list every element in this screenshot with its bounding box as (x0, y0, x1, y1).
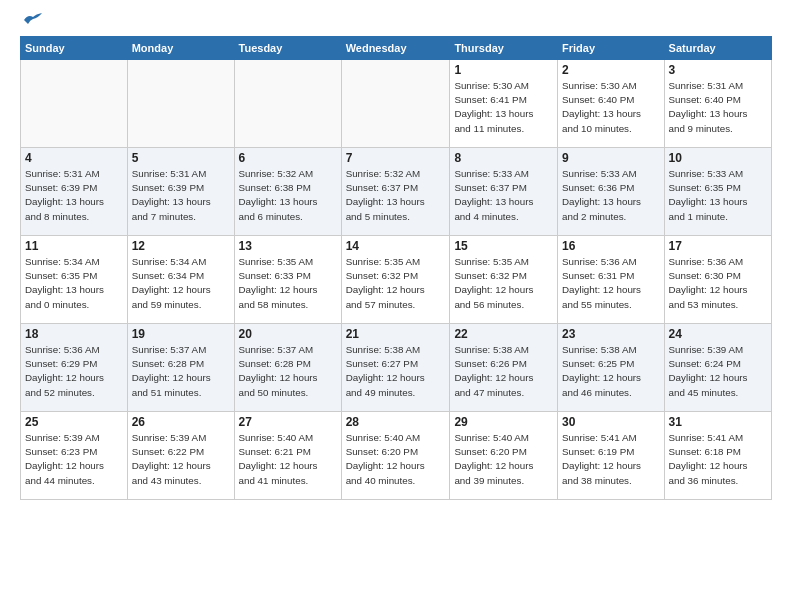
day-info: Sunrise: 5:31 AMSunset: 6:39 PMDaylight:… (25, 167, 123, 224)
calendar-cell: 26Sunrise: 5:39 AMSunset: 6:22 PMDayligh… (127, 412, 234, 500)
calendar-cell: 12Sunrise: 5:34 AMSunset: 6:34 PMDayligh… (127, 236, 234, 324)
calendar-cell: 6Sunrise: 5:32 AMSunset: 6:38 PMDaylight… (234, 148, 341, 236)
calendar-cell (234, 60, 341, 148)
calendar-week-row: 4Sunrise: 5:31 AMSunset: 6:39 PMDaylight… (21, 148, 772, 236)
day-number: 13 (239, 239, 337, 253)
calendar-cell: 24Sunrise: 5:39 AMSunset: 6:24 PMDayligh… (664, 324, 771, 412)
day-info: Sunrise: 5:33 AMSunset: 6:36 PMDaylight:… (562, 167, 660, 224)
calendar-cell: 7Sunrise: 5:32 AMSunset: 6:37 PMDaylight… (341, 148, 450, 236)
day-number: 26 (132, 415, 230, 429)
header (20, 16, 772, 28)
day-info: Sunrise: 5:35 AMSunset: 6:32 PMDaylight:… (346, 255, 446, 312)
weekday-sunday: Sunday (21, 37, 128, 60)
calendar-cell: 3Sunrise: 5:31 AMSunset: 6:40 PMDaylight… (664, 60, 771, 148)
calendar-week-row: 25Sunrise: 5:39 AMSunset: 6:23 PMDayligh… (21, 412, 772, 500)
weekday-wednesday: Wednesday (341, 37, 450, 60)
day-info: Sunrise: 5:40 AMSunset: 6:21 PMDaylight:… (239, 431, 337, 488)
calendar-cell: 29Sunrise: 5:40 AMSunset: 6:20 PMDayligh… (450, 412, 558, 500)
day-number: 14 (346, 239, 446, 253)
day-number: 2 (562, 63, 660, 77)
weekday-tuesday: Tuesday (234, 37, 341, 60)
day-info: Sunrise: 5:36 AMSunset: 6:29 PMDaylight:… (25, 343, 123, 400)
day-info: Sunrise: 5:30 AMSunset: 6:40 PMDaylight:… (562, 79, 660, 136)
day-number: 6 (239, 151, 337, 165)
day-number: 29 (454, 415, 553, 429)
day-number: 18 (25, 327, 123, 341)
calendar-cell: 25Sunrise: 5:39 AMSunset: 6:23 PMDayligh… (21, 412, 128, 500)
page: SundayMondayTuesdayWednesdayThursdayFrid… (0, 0, 792, 512)
calendar-cell: 28Sunrise: 5:40 AMSunset: 6:20 PMDayligh… (341, 412, 450, 500)
day-info: Sunrise: 5:38 AMSunset: 6:27 PMDaylight:… (346, 343, 446, 400)
day-number: 20 (239, 327, 337, 341)
weekday-monday: Monday (127, 37, 234, 60)
calendar-cell: 27Sunrise: 5:40 AMSunset: 6:21 PMDayligh… (234, 412, 341, 500)
day-number: 3 (669, 63, 767, 77)
calendar-week-row: 11Sunrise: 5:34 AMSunset: 6:35 PMDayligh… (21, 236, 772, 324)
day-info: Sunrise: 5:41 AMSunset: 6:19 PMDaylight:… (562, 431, 660, 488)
day-info: Sunrise: 5:33 AMSunset: 6:37 PMDaylight:… (454, 167, 553, 224)
day-number: 5 (132, 151, 230, 165)
calendar-cell: 5Sunrise: 5:31 AMSunset: 6:39 PMDaylight… (127, 148, 234, 236)
day-info: Sunrise: 5:30 AMSunset: 6:41 PMDaylight:… (454, 79, 553, 136)
calendar-cell: 8Sunrise: 5:33 AMSunset: 6:37 PMDaylight… (450, 148, 558, 236)
day-number: 23 (562, 327, 660, 341)
day-info: Sunrise: 5:35 AMSunset: 6:32 PMDaylight:… (454, 255, 553, 312)
day-info: Sunrise: 5:31 AMSunset: 6:40 PMDaylight:… (669, 79, 767, 136)
calendar-cell: 15Sunrise: 5:35 AMSunset: 6:32 PMDayligh… (450, 236, 558, 324)
calendar-cell: 30Sunrise: 5:41 AMSunset: 6:19 PMDayligh… (558, 412, 665, 500)
day-number: 11 (25, 239, 123, 253)
day-number: 21 (346, 327, 446, 341)
weekday-friday: Friday (558, 37, 665, 60)
day-info: Sunrise: 5:38 AMSunset: 6:26 PMDaylight:… (454, 343, 553, 400)
day-info: Sunrise: 5:40 AMSunset: 6:20 PMDaylight:… (346, 431, 446, 488)
calendar-cell: 20Sunrise: 5:37 AMSunset: 6:28 PMDayligh… (234, 324, 341, 412)
day-info: Sunrise: 5:38 AMSunset: 6:25 PMDaylight:… (562, 343, 660, 400)
day-number: 7 (346, 151, 446, 165)
day-number: 22 (454, 327, 553, 341)
day-info: Sunrise: 5:37 AMSunset: 6:28 PMDaylight:… (239, 343, 337, 400)
calendar-cell: 18Sunrise: 5:36 AMSunset: 6:29 PMDayligh… (21, 324, 128, 412)
logo (20, 16, 44, 28)
calendar-cell: 1Sunrise: 5:30 AMSunset: 6:41 PMDaylight… (450, 60, 558, 148)
day-info: Sunrise: 5:35 AMSunset: 6:33 PMDaylight:… (239, 255, 337, 312)
calendar-cell: 4Sunrise: 5:31 AMSunset: 6:39 PMDaylight… (21, 148, 128, 236)
weekday-thursday: Thursday (450, 37, 558, 60)
calendar-cell: 14Sunrise: 5:35 AMSunset: 6:32 PMDayligh… (341, 236, 450, 324)
day-number: 25 (25, 415, 123, 429)
calendar-cell: 16Sunrise: 5:36 AMSunset: 6:31 PMDayligh… (558, 236, 665, 324)
day-number: 9 (562, 151, 660, 165)
calendar-cell: 9Sunrise: 5:33 AMSunset: 6:36 PMDaylight… (558, 148, 665, 236)
day-number: 10 (669, 151, 767, 165)
day-number: 8 (454, 151, 553, 165)
day-info: Sunrise: 5:36 AMSunset: 6:31 PMDaylight:… (562, 255, 660, 312)
day-number: 28 (346, 415, 446, 429)
day-info: Sunrise: 5:34 AMSunset: 6:34 PMDaylight:… (132, 255, 230, 312)
day-number: 31 (669, 415, 767, 429)
day-info: Sunrise: 5:32 AMSunset: 6:38 PMDaylight:… (239, 167, 337, 224)
day-number: 4 (25, 151, 123, 165)
calendar-cell: 31Sunrise: 5:41 AMSunset: 6:18 PMDayligh… (664, 412, 771, 500)
day-info: Sunrise: 5:37 AMSunset: 6:28 PMDaylight:… (132, 343, 230, 400)
day-number: 16 (562, 239, 660, 253)
day-number: 12 (132, 239, 230, 253)
calendar-cell: 21Sunrise: 5:38 AMSunset: 6:27 PMDayligh… (341, 324, 450, 412)
calendar-table: SundayMondayTuesdayWednesdayThursdayFrid… (20, 36, 772, 500)
day-info: Sunrise: 5:39 AMSunset: 6:23 PMDaylight:… (25, 431, 123, 488)
weekday-saturday: Saturday (664, 37, 771, 60)
day-info: Sunrise: 5:31 AMSunset: 6:39 PMDaylight:… (132, 167, 230, 224)
day-info: Sunrise: 5:36 AMSunset: 6:30 PMDaylight:… (669, 255, 767, 312)
calendar-cell: 10Sunrise: 5:33 AMSunset: 6:35 PMDayligh… (664, 148, 771, 236)
day-number: 27 (239, 415, 337, 429)
calendar-cell (21, 60, 128, 148)
day-number: 17 (669, 239, 767, 253)
calendar-cell: 23Sunrise: 5:38 AMSunset: 6:25 PMDayligh… (558, 324, 665, 412)
day-info: Sunrise: 5:32 AMSunset: 6:37 PMDaylight:… (346, 167, 446, 224)
weekday-header-row: SundayMondayTuesdayWednesdayThursdayFrid… (21, 37, 772, 60)
calendar-cell: 19Sunrise: 5:37 AMSunset: 6:28 PMDayligh… (127, 324, 234, 412)
calendar-cell: 2Sunrise: 5:30 AMSunset: 6:40 PMDaylight… (558, 60, 665, 148)
day-number: 30 (562, 415, 660, 429)
day-info: Sunrise: 5:34 AMSunset: 6:35 PMDaylight:… (25, 255, 123, 312)
calendar-cell: 11Sunrise: 5:34 AMSunset: 6:35 PMDayligh… (21, 236, 128, 324)
day-number: 19 (132, 327, 230, 341)
day-info: Sunrise: 5:33 AMSunset: 6:35 PMDaylight:… (669, 167, 767, 224)
